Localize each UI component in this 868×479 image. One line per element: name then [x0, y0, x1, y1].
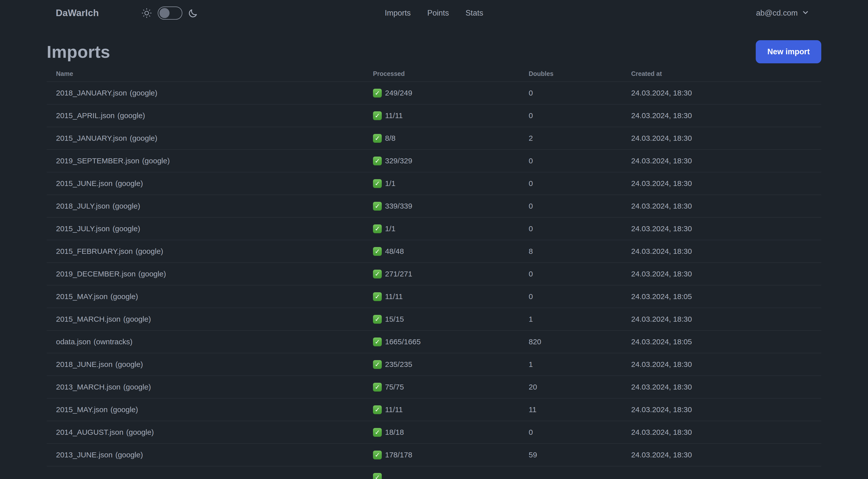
processed-count: 48/48 — [385, 247, 404, 256]
import-file-link[interactable]: 2018_JULY.json — [56, 202, 110, 210]
table-row: 2013_MARCH.json(google) ✓ 75/75 20 24.03… — [47, 376, 821, 398]
created-at: 24.03.2024, 18:30 — [631, 202, 812, 210]
import-file-link[interactable]: 2014_AUGUST.json — [56, 428, 123, 436]
table-row: 2018_JANUARY.json(google) ✓ 249/249 0 24… — [47, 82, 821, 104]
import-source-label: (google) — [138, 270, 166, 278]
table-row: 2014_AUGUST.json(google) ✓ 18/18 0 24.03… — [47, 421, 821, 444]
import-file-link[interactable]: 2013_JUNE.json — [56, 451, 113, 459]
doubles-count: 0 — [529, 179, 631, 188]
import-file-link[interactable]: 2018_JANUARY.json — [56, 89, 127, 97]
created-at: 24.03.2024, 18:05 — [631, 292, 812, 301]
success-check-icon: ✓ — [373, 428, 382, 437]
import-source-label: (google) — [111, 292, 138, 301]
table-row: 2015_MARCH.json(google) ✓ 15/15 1 24.03.… — [47, 308, 821, 331]
nav-link-imports[interactable]: Imports — [385, 8, 411, 18]
navbar: DaWarIch Imports Points — [0, 0, 868, 26]
table-row-partial: ✓ — [47, 467, 821, 479]
nav-link-points[interactable]: Points — [427, 8, 449, 18]
doubles-count: 0 — [529, 111, 631, 120]
success-check-icon: ✓ — [373, 89, 382, 97]
success-check-icon: ✓ — [373, 247, 382, 256]
import-source-label: (google) — [111, 406, 138, 414]
processed-count: 235/235 — [385, 360, 412, 369]
import-file-link[interactable]: 2015_FEBRUARY.json — [56, 247, 133, 255]
column-header-doubles: Doubles — [529, 70, 631, 78]
success-check-icon: ✓ — [373, 406, 382, 414]
table-row: 2015_JANUARY.json(google) ✓ 8/8 2 24.03.… — [47, 127, 821, 150]
processed-count: 75/75 — [385, 383, 404, 391]
import-file-link[interactable]: 2015_JULY.json — [56, 224, 110, 233]
doubles-count: 0 — [529, 428, 631, 437]
import-file-link[interactable]: 2015_JANUARY.json — [56, 134, 127, 142]
created-at: 24.03.2024, 18:30 — [631, 451, 812, 459]
import-source-label: (google) — [115, 360, 143, 368]
created-at: 24.03.2024, 18:05 — [631, 337, 812, 346]
import-source-label: (google) — [113, 202, 140, 210]
theme-toggle[interactable] — [158, 6, 182, 20]
processed-count: 8/8 — [385, 134, 396, 143]
import-file-link[interactable]: 2019_DECEMBER.json — [56, 270, 135, 278]
import-file-link[interactable]: odata.json — [56, 337, 91, 346]
table-row: 2018_JULY.json(google) ✓ 339/339 0 24.03… — [47, 195, 821, 218]
table-header: Name Processed Doubles Created at — [47, 66, 821, 82]
new-import-button[interactable]: New import — [756, 40, 821, 63]
processed-count: 11/11 — [385, 406, 403, 414]
processed-count: 18/18 — [385, 428, 404, 437]
import-source-label: (google) — [118, 111, 145, 120]
created-at: 24.03.2024, 18:30 — [631, 406, 812, 414]
theme-toggle-group — [141, 6, 198, 20]
created-at: 24.03.2024, 18:30 — [631, 383, 812, 391]
table-row: 2019_DECEMBER.json(google) ✓ 271/271 0 2… — [47, 263, 821, 286]
app-logo[interactable]: DaWarIch — [56, 8, 99, 18]
import-file-link[interactable]: 2015_MARCH.json — [56, 315, 121, 323]
created-at: 24.03.2024, 18:30 — [631, 111, 812, 120]
moon-icon — [188, 8, 198, 18]
doubles-count: 0 — [529, 156, 631, 165]
doubles-count: 820 — [529, 337, 631, 346]
doubles-count: 0 — [529, 292, 631, 301]
success-check-icon: ✓ — [373, 292, 382, 301]
import-file-link[interactable]: 2015_JUNE.json — [56, 179, 113, 187]
doubles-count: 0 — [529, 89, 631, 97]
success-check-icon: ✓ — [373, 134, 382, 143]
import-source-label: (google) — [130, 134, 157, 142]
success-check-icon: ✓ — [373, 337, 382, 346]
table-row: odata.json(owntracks) ✓ 1665/1665 820 24… — [47, 331, 821, 353]
success-check-icon: ✓ — [373, 473, 382, 479]
nav-link-stats[interactable]: Stats — [465, 8, 483, 18]
created-at: 24.03.2024, 18:30 — [631, 315, 812, 324]
page-title: Imports — [47, 42, 110, 62]
processed-count: 11/11 — [385, 111, 403, 120]
import-file-link[interactable]: 2015_APRIL.json — [56, 111, 115, 120]
page-head: Imports New import — [47, 40, 821, 63]
import-file-link[interactable]: 2019_SEPTEMBER.json — [56, 156, 140, 165]
table-row: 2019_SEPTEMBER.json(google) ✓ 329/329 0 … — [47, 150, 821, 172]
import-source-label: (google) — [142, 156, 170, 165]
created-at: 24.03.2024, 18:30 — [631, 224, 812, 233]
table-row: 2015_FEBRUARY.json(google) ✓ 48/48 8 24.… — [47, 240, 821, 263]
import-file-link[interactable]: 2015_MAY.json — [56, 406, 108, 414]
success-check-icon: ✓ — [373, 360, 382, 369]
import-file-link[interactable]: 2015_MAY.json — [56, 292, 108, 301]
created-at: 24.03.2024, 18:30 — [631, 89, 812, 97]
theme-toggle-knob — [159, 8, 169, 18]
user-menu[interactable]: ab@cd.com — [756, 8, 809, 18]
column-header-name: Name — [56, 70, 373, 78]
import-source-label: (google) — [135, 247, 163, 255]
doubles-count: 59 — [529, 451, 631, 459]
import-source-label: (google) — [126, 428, 154, 436]
table-row: 2013_JUNE.json(google) ✓ 178/178 59 24.0… — [47, 444, 821, 467]
table-body: 2018_JANUARY.json(google) ✓ 249/249 0 24… — [47, 82, 821, 467]
import-source-label: (google) — [130, 89, 157, 97]
doubles-count: 0 — [529, 202, 631, 210]
doubles-count: 1 — [529, 315, 631, 324]
import-file-link[interactable]: 2018_JUNE.json — [56, 360, 113, 368]
success-check-icon: ✓ — [373, 111, 382, 120]
import-file-link[interactable]: 2013_MARCH.json — [56, 383, 121, 391]
user-email: ab@cd.com — [756, 8, 798, 18]
created-at: 24.03.2024, 18:30 — [631, 270, 812, 278]
import-source-label: (google) — [123, 383, 151, 391]
doubles-count: 0 — [529, 270, 631, 278]
processed-count: 249/249 — [385, 89, 412, 97]
created-at: 24.03.2024, 18:30 — [631, 247, 812, 256]
